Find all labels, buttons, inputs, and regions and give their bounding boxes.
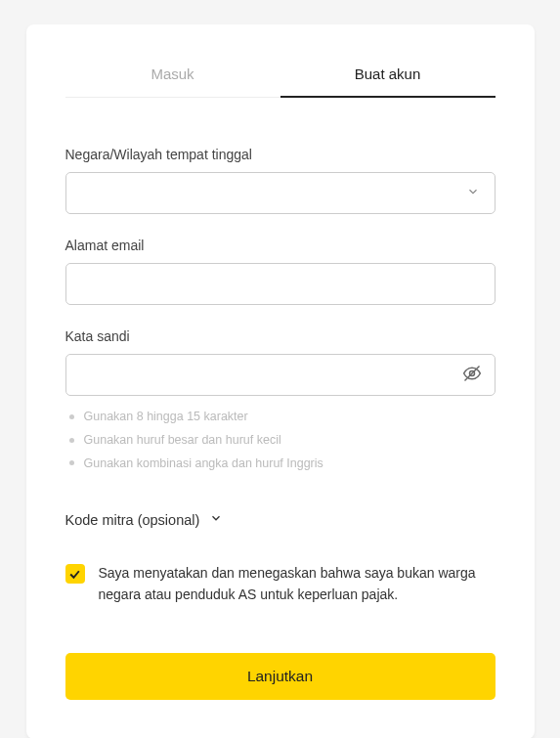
auth-tabs: Masuk Buat akun [65, 52, 495, 98]
country-select[interactable] [65, 172, 495, 214]
consent-label: Saya menyatakan dan menegaskan bahwa say… [99, 563, 495, 605]
partner-code-toggle[interactable]: Kode mitra (opsional) [65, 511, 495, 528]
chevron-down-icon [209, 511, 223, 528]
email-label: Alamat email [65, 238, 495, 253]
country-group: Negara/Wilayah tempat tinggal [65, 147, 495, 214]
country-label: Negara/Wilayah tempat tinggal [65, 147, 495, 162]
password-field[interactable] [65, 354, 495, 396]
password-hint: Gunakan 8 hingga 15 karakter [69, 408, 492, 426]
signup-card: Masuk Buat akun Negara/Wilayah tempat ti… [26, 24, 535, 738]
password-hint: Gunakan huruf besar dan huruf kecil [69, 431, 492, 450]
password-hint: Gunakan kombinasi angka dan huruf Inggri… [69, 455, 492, 473]
hint-text: Gunakan kombinasi angka dan huruf Inggri… [84, 455, 323, 473]
hint-text: Gunakan huruf besar dan huruf kecil [84, 431, 281, 450]
email-group: Alamat email [65, 238, 495, 305]
consent-row: Saya menyatakan dan menegaskan bahwa say… [65, 563, 495, 605]
tab-login[interactable]: Masuk [65, 52, 280, 98]
eye-off-icon[interactable] [462, 364, 482, 387]
tab-register[interactable]: Buat akun [280, 52, 495, 98]
password-group: Kata sandi Gunakan 8 hingga 15 karakter … [65, 328, 495, 472]
hint-text: Gunakan 8 hingga 15 karakter [84, 408, 248, 426]
password-label: Kata sandi [65, 328, 495, 344]
password-hints: Gunakan 8 hingga 15 karakter Gunakan hur… [65, 408, 495, 472]
email-field[interactable] [65, 263, 495, 305]
check-icon [68, 568, 81, 581]
country-select-wrapper [65, 172, 495, 214]
consent-checkbox[interactable] [65, 564, 85, 584]
continue-button[interactable]: Lanjutkan [65, 653, 495, 700]
partner-code-label: Kode mitra (opsional) [65, 512, 200, 528]
